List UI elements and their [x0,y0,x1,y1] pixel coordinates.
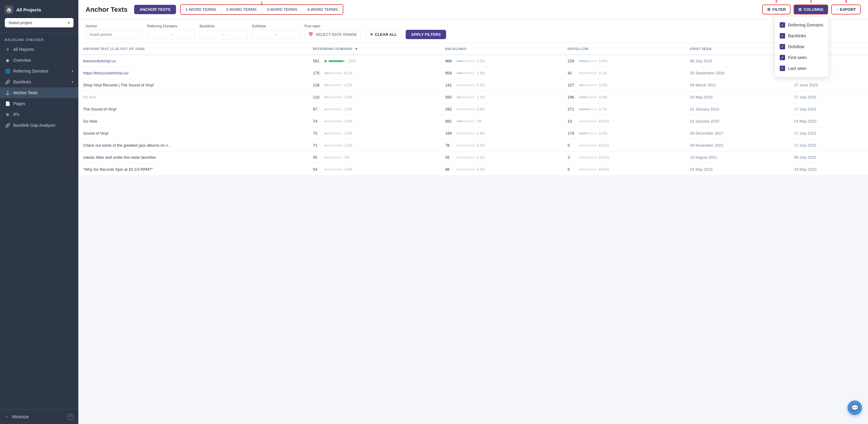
sidebar-item-all-reports[interactable]: ≡ All Reports [0,44,79,55]
dofollow-cell: 42 0.1% [563,67,685,79]
backlinks-bar [457,144,475,146]
sidebar-item-label: Anchor Texts [13,90,38,95]
ref-domains-bar [324,132,342,134]
first-seen-label: First seen [304,24,361,28]
checkbox-checked-icon: ✓ [780,66,785,71]
dofollow-bar [579,132,597,134]
dofollow-value: – [275,32,277,37]
sidebar-minimize[interactable]: ← Minimize ? [0,409,79,424]
date-range-button[interactable]: 📅 SELECT DATE RANGE [304,30,361,39]
dofollow-bar [579,121,597,122]
export-icon: ↑ [836,7,838,12]
col-label: Referring Domains [788,23,824,27]
sidebar-item-pages[interactable]: 📄 Pages [0,98,79,109]
tab-1-word[interactable]: 1-WORD TERMS [181,5,221,14]
dofollow-bar [579,144,597,146]
dofollow-cell: 179 0.5% [563,127,685,139]
anchor-text-cell: Go Now [79,115,308,127]
backlinks-bar [457,169,475,170]
anchor-text-cell: thesoundofvinyl.us [79,55,308,67]
sidebar-logo[interactable]: 🏠 All Projects [5,5,73,14]
th-dofollow[interactable]: DOFOLLOW [563,43,685,55]
help-icon[interactable]: ? [67,414,73,420]
dofollow-filter-group: Dofollow – [252,24,300,39]
backlinks-cell: 86 0.2% [440,164,563,175]
checkbox-checked-icon: ✓ [780,33,785,38]
backlinks-cell: 184 0.4% [440,127,563,139]
sidebar-item-label: Referring Domains [13,69,49,73]
tab-3-word[interactable]: 3-WORD TERMS [262,5,303,14]
sidebar-item-referring-domains[interactable]: 🌐 Referring Domains ▾ [0,66,79,76]
dofollow-cell: 196 0.5% [563,91,685,103]
filter-icon: ⚙ [767,7,771,12]
columns-button[interactable]: ⊞ COLUMNS [794,4,828,14]
project-placeholder: Select project [8,21,32,25]
clear-label: CLEAR ALL [375,32,397,37]
col-dofollow[interactable]: ✓ Dofollow [775,41,829,52]
header-actions: 2 ⚙ FILTER 3 ⊞ COLUMNS 4 ↑ EXPORT [762,4,861,14]
sidebar-top: 🏠 All Projects Select project ▾ [0,0,79,33]
sidebar-item-ips[interactable]: ⊕ IPs [0,109,79,120]
filter-button[interactable]: ⚙ FILTER [762,4,791,14]
tab-2-word[interactable]: 2-WORD TERMS [221,5,262,14]
sidebar-item-label: Backlinks [13,79,31,84]
first-seen-cell: 09 November 2021 [685,139,789,152]
export-button[interactable]: ↑ EXPORT [831,4,861,14]
last-seen-cell: 17 July 2023 [789,127,868,139]
th-first-seen[interactable]: FIRST SEEN [685,43,789,55]
anchor-filter-group: Anchor [86,24,143,39]
col-referring-domains[interactable]: ✓ Referring Domains [775,20,829,30]
ref-domains-bar [324,108,342,110]
home-icon: 🏠 [5,5,13,14]
first-seen-cell: 10 August 2021 [685,152,789,164]
backlinks-cell: 282 0.6% [440,103,563,115]
dofollow-cell: 5 0.01% [563,139,685,152]
col-label: Dofollow [788,44,804,49]
calendar-icon: 📅 [308,32,313,37]
sidebar-item-backlink-gap[interactable]: 🔗 Backlink Gap Analyzer [0,120,79,131]
dofollow-bar [579,169,597,170]
backlinks-bar [457,121,475,122]
anchor-text-cell: Check out some of the greatest jazz albu… [79,139,308,152]
anchor-filter-label: Anchor [86,24,143,28]
anchor-input[interactable] [86,30,143,39]
clear-all-button[interactable]: ✕ CLEAR ALL [365,30,401,39]
th-anchor[interactable]: ANCHOR TEXT (1-20 OUT OF 1458) [79,43,308,55]
th-backlinks[interactable]: BACKLINKS [440,43,563,55]
sidebar-item-overview[interactable]: ◉ Overview [0,55,79,66]
table-row: Go Now 74 2.6% 891 2% 10 [79,115,868,127]
anchor-texts-table: ANCHOR TEXT (1-20 OUT OF 1458) REFERRING… [79,43,868,175]
overview-icon: ◉ [5,58,10,63]
first-seen-cell: 14 January 2020 [685,115,789,127]
minimize-icon: ← [5,414,9,419]
page-title: Anchor Texts [86,6,127,13]
ref-domains-range[interactable]: – [147,30,195,39]
dofollow-range[interactable]: – [252,30,300,39]
sidebar-nav: ≡ All Reports ◉ Overview 🌐 Referring Dom… [0,44,79,409]
first-seen-cell: 05 December 2017 [685,127,789,139]
col-last-seen[interactable]: ✓ Last seen [775,63,829,74]
apply-filters-button[interactable]: APPLY FILTERS [406,30,446,39]
sidebar-item-label: All Reports [13,47,34,52]
tab-4-word[interactable]: 4-WORD TERMS [302,5,343,14]
chat-fab-button[interactable]: 💬 [847,400,862,415]
anchor-icon: ⚓ [5,90,10,95]
sidebar-section-label: BACKLINK CHECKER [0,33,79,44]
sidebar-item-backlinks[interactable]: 🔗 Backlinks ▾ [0,76,79,87]
col-backlinks[interactable]: ✓ Backlinks [775,30,829,41]
backlinks-filter-label: Backlinks [199,24,248,28]
dofollow-cell: 127 0.3% [563,79,685,91]
col-first-seen[interactable]: ✓ First seen [775,52,829,63]
table-row: Shop Vinyl Records | The Sound of Vinyl … [79,79,868,91]
project-select[interactable]: Select project ▾ [5,18,73,27]
backlinks-cell: 891 2% [440,115,563,127]
ref-domains-cell: 74 2.6% [308,115,440,127]
th-ref-domains[interactable]: REFERRING DOMAINS ▼ [308,43,440,55]
backlinks-bar [457,72,475,74]
tab-anchor-texts[interactable]: ANCHOR TEXTS [134,5,176,14]
sidebar-item-anchor-texts[interactable]: ⚓ Anchor Texts [0,87,79,98]
backlinks-range[interactable]: – [199,30,248,39]
backlinks-value: – [222,32,224,37]
table-row: "Why Do Records Spin at 33 1/3 RPM?" 54 … [79,164,868,175]
dofollow-bar [579,96,597,98]
